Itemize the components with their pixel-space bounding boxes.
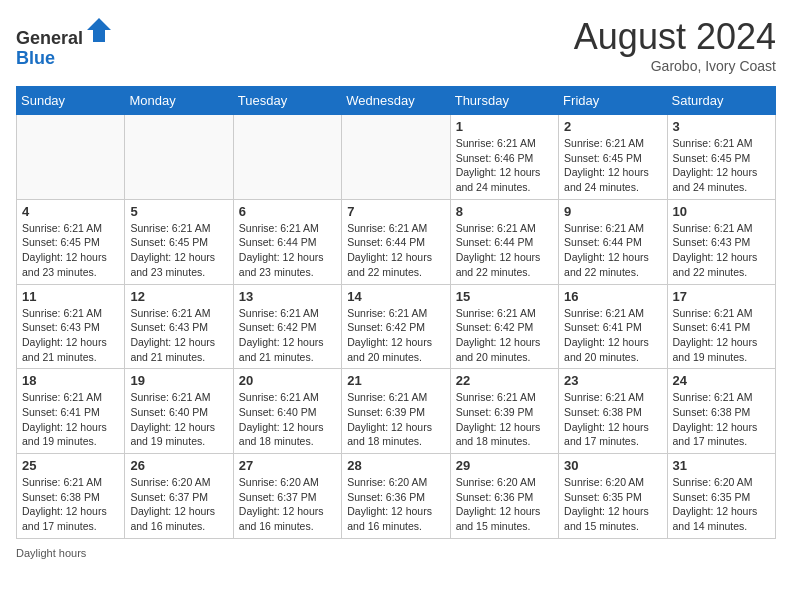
location: Garobo, Ivory Coast — [574, 58, 776, 74]
day-number: 20 — [239, 373, 336, 388]
day-number: 22 — [456, 373, 553, 388]
calendar-cell: 26Sunrise: 6:20 AM Sunset: 6:37 PM Dayli… — [125, 454, 233, 539]
day-info: Sunrise: 6:21 AM Sunset: 6:42 PM Dayligh… — [239, 306, 336, 365]
day-of-week-header: Sunday — [17, 87, 125, 115]
day-number: 30 — [564, 458, 661, 473]
day-info: Sunrise: 6:21 AM Sunset: 6:45 PM Dayligh… — [673, 136, 770, 195]
day-number: 7 — [347, 204, 444, 219]
day-info: Sunrise: 6:21 AM Sunset: 6:38 PM Dayligh… — [564, 390, 661, 449]
calendar-cell: 14Sunrise: 6:21 AM Sunset: 6:42 PM Dayli… — [342, 284, 450, 369]
day-number: 1 — [456, 119, 553, 134]
calendar-cell: 2Sunrise: 6:21 AM Sunset: 6:45 PM Daylig… — [559, 115, 667, 200]
calendar-cell: 28Sunrise: 6:20 AM Sunset: 6:36 PM Dayli… — [342, 454, 450, 539]
calendar-week-row: 1Sunrise: 6:21 AM Sunset: 6:46 PM Daylig… — [17, 115, 776, 200]
day-info: Sunrise: 6:21 AM Sunset: 6:38 PM Dayligh… — [22, 475, 119, 534]
day-info: Sunrise: 6:21 AM Sunset: 6:44 PM Dayligh… — [564, 221, 661, 280]
calendar-cell: 22Sunrise: 6:21 AM Sunset: 6:39 PM Dayli… — [450, 369, 558, 454]
calendar-cell: 12Sunrise: 6:21 AM Sunset: 6:43 PM Dayli… — [125, 284, 233, 369]
calendar-cell — [342, 115, 450, 200]
calendar-cell: 21Sunrise: 6:21 AM Sunset: 6:39 PM Dayli… — [342, 369, 450, 454]
day-number: 13 — [239, 289, 336, 304]
calendar-cell: 10Sunrise: 6:21 AM Sunset: 6:43 PM Dayli… — [667, 199, 775, 284]
day-info: Sunrise: 6:21 AM Sunset: 6:41 PM Dayligh… — [22, 390, 119, 449]
calendar-cell: 11Sunrise: 6:21 AM Sunset: 6:43 PM Dayli… — [17, 284, 125, 369]
day-info: Sunrise: 6:21 AM Sunset: 6:41 PM Dayligh… — [564, 306, 661, 365]
day-of-week-header: Tuesday — [233, 87, 341, 115]
day-info: Sunrise: 6:21 AM Sunset: 6:38 PM Dayligh… — [673, 390, 770, 449]
calendar-cell: 1Sunrise: 6:21 AM Sunset: 6:46 PM Daylig… — [450, 115, 558, 200]
calendar-cell: 6Sunrise: 6:21 AM Sunset: 6:44 PM Daylig… — [233, 199, 341, 284]
logo-blue-text: Blue — [16, 48, 55, 68]
day-number: 4 — [22, 204, 119, 219]
day-info: Sunrise: 6:21 AM Sunset: 6:40 PM Dayligh… — [239, 390, 336, 449]
calendar-cell: 16Sunrise: 6:21 AM Sunset: 6:41 PM Dayli… — [559, 284, 667, 369]
calendar-cell: 31Sunrise: 6:20 AM Sunset: 6:35 PM Dayli… — [667, 454, 775, 539]
day-info: Sunrise: 6:20 AM Sunset: 6:37 PM Dayligh… — [239, 475, 336, 534]
logo-general-text: General — [16, 28, 83, 48]
calendar-cell: 17Sunrise: 6:21 AM Sunset: 6:41 PM Dayli… — [667, 284, 775, 369]
calendar-cell: 7Sunrise: 6:21 AM Sunset: 6:44 PM Daylig… — [342, 199, 450, 284]
calendar-cell: 8Sunrise: 6:21 AM Sunset: 6:44 PM Daylig… — [450, 199, 558, 284]
calendar-cell: 30Sunrise: 6:20 AM Sunset: 6:35 PM Dayli… — [559, 454, 667, 539]
day-info: Sunrise: 6:21 AM Sunset: 6:41 PM Dayligh… — [673, 306, 770, 365]
day-number: 16 — [564, 289, 661, 304]
calendar-cell: 13Sunrise: 6:21 AM Sunset: 6:42 PM Dayli… — [233, 284, 341, 369]
calendar-cell: 18Sunrise: 6:21 AM Sunset: 6:41 PM Dayli… — [17, 369, 125, 454]
calendar-week-row: 25Sunrise: 6:21 AM Sunset: 6:38 PM Dayli… — [17, 454, 776, 539]
day-number: 14 — [347, 289, 444, 304]
calendar-header: SundayMondayTuesdayWednesdayThursdayFrid… — [17, 87, 776, 115]
logo: General Blue — [16, 16, 113, 69]
calendar-cell: 19Sunrise: 6:21 AM Sunset: 6:40 PM Dayli… — [125, 369, 233, 454]
day-info: Sunrise: 6:20 AM Sunset: 6:35 PM Dayligh… — [673, 475, 770, 534]
calendar-cell: 29Sunrise: 6:20 AM Sunset: 6:36 PM Dayli… — [450, 454, 558, 539]
day-number: 18 — [22, 373, 119, 388]
day-of-week-header: Wednesday — [342, 87, 450, 115]
calendar-week-row: 18Sunrise: 6:21 AM Sunset: 6:41 PM Dayli… — [17, 369, 776, 454]
calendar-cell: 20Sunrise: 6:21 AM Sunset: 6:40 PM Dayli… — [233, 369, 341, 454]
calendar-cell: 9Sunrise: 6:21 AM Sunset: 6:44 PM Daylig… — [559, 199, 667, 284]
day-number: 17 — [673, 289, 770, 304]
calendar-cell: 5Sunrise: 6:21 AM Sunset: 6:45 PM Daylig… — [125, 199, 233, 284]
day-number: 6 — [239, 204, 336, 219]
day-of-week-header: Monday — [125, 87, 233, 115]
day-info: Sunrise: 6:21 AM Sunset: 6:42 PM Dayligh… — [456, 306, 553, 365]
day-number: 19 — [130, 373, 227, 388]
day-info: Sunrise: 6:21 AM Sunset: 6:45 PM Dayligh… — [564, 136, 661, 195]
day-number: 26 — [130, 458, 227, 473]
day-info: Sunrise: 6:21 AM Sunset: 6:46 PM Dayligh… — [456, 136, 553, 195]
calendar-cell: 3Sunrise: 6:21 AM Sunset: 6:45 PM Daylig… — [667, 115, 775, 200]
header: General Blue August 2024 Garobo, Ivory C… — [16, 16, 776, 74]
calendar-cell — [17, 115, 125, 200]
day-info: Sunrise: 6:21 AM Sunset: 6:39 PM Dayligh… — [456, 390, 553, 449]
calendar-cell: 23Sunrise: 6:21 AM Sunset: 6:38 PM Dayli… — [559, 369, 667, 454]
day-info: Sunrise: 6:20 AM Sunset: 6:36 PM Dayligh… — [347, 475, 444, 534]
day-number: 8 — [456, 204, 553, 219]
day-number: 9 — [564, 204, 661, 219]
calendar-cell: 4Sunrise: 6:21 AM Sunset: 6:45 PM Daylig… — [17, 199, 125, 284]
day-number: 31 — [673, 458, 770, 473]
day-info: Sunrise: 6:21 AM Sunset: 6:39 PM Dayligh… — [347, 390, 444, 449]
calendar-header-row: SundayMondayTuesdayWednesdayThursdayFrid… — [17, 87, 776, 115]
day-info: Sunrise: 6:21 AM Sunset: 6:43 PM Dayligh… — [130, 306, 227, 365]
calendar-week-row: 11Sunrise: 6:21 AM Sunset: 6:43 PM Dayli… — [17, 284, 776, 369]
day-number: 10 — [673, 204, 770, 219]
day-info: Sunrise: 6:21 AM Sunset: 6:43 PM Dayligh… — [22, 306, 119, 365]
day-of-week-header: Friday — [559, 87, 667, 115]
day-info: Sunrise: 6:21 AM Sunset: 6:44 PM Dayligh… — [456, 221, 553, 280]
day-number: 5 — [130, 204, 227, 219]
day-number: 24 — [673, 373, 770, 388]
day-info: Sunrise: 6:21 AM Sunset: 6:45 PM Dayligh… — [130, 221, 227, 280]
day-info: Sunrise: 6:20 AM Sunset: 6:36 PM Dayligh… — [456, 475, 553, 534]
title-block: August 2024 Garobo, Ivory Coast — [574, 16, 776, 74]
day-info: Sunrise: 6:21 AM Sunset: 6:44 PM Dayligh… — [239, 221, 336, 280]
day-number: 11 — [22, 289, 119, 304]
calendar-body: 1Sunrise: 6:21 AM Sunset: 6:46 PM Daylig… — [17, 115, 776, 539]
day-info: Sunrise: 6:20 AM Sunset: 6:35 PM Dayligh… — [564, 475, 661, 534]
day-info: Sunrise: 6:21 AM Sunset: 6:40 PM Dayligh… — [130, 390, 227, 449]
calendar-cell: 27Sunrise: 6:20 AM Sunset: 6:37 PM Dayli… — [233, 454, 341, 539]
logo-icon — [85, 16, 113, 44]
day-number: 27 — [239, 458, 336, 473]
calendar-cell — [125, 115, 233, 200]
calendar-week-row: 4Sunrise: 6:21 AM Sunset: 6:45 PM Daylig… — [17, 199, 776, 284]
day-number: 3 — [673, 119, 770, 134]
